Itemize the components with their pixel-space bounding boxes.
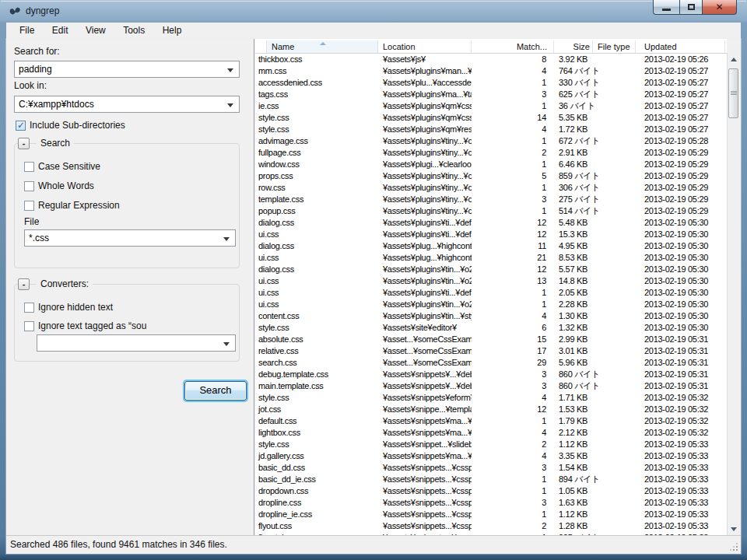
table-row[interactable]: dialog.css ¥assets¥plug...¥highcontrast¥… [255,240,727,252]
table-row[interactable]: dropline_ie.css ¥assets¥snippets...¥cssp… [255,509,727,520]
table-row[interactable]: search.css ¥asset...¥someCssExamples¥ 29… [255,357,727,369]
scroll-up-button[interactable] [728,53,740,65]
collapse-toggle-button[interactable]: - [18,278,30,290]
table-row[interactable]: style.css ¥assets¥snippet...¥slidebox¥ 2… [255,439,727,450]
minimize-icon [662,9,671,11]
table-row[interactable]: popup.css ¥assets¥plugins¥tiny...¥css¥ 1… [255,205,727,217]
cell-filetype [593,485,636,497]
case-sensitive-checkbox[interactable]: ✓ Case Sensitive [24,161,100,172]
chevron-down-icon[interactable] [227,103,233,107]
table-row[interactable]: ui.css ¥assets¥plugins¥ti...¥default¥ 12… [255,229,727,240]
search-button[interactable]: Search [184,381,247,401]
file-filter-combobox[interactable]: *.css [24,229,236,247]
scroll-down-button[interactable] [728,523,740,535]
column-header-size[interactable]: Size [554,40,593,53]
table-row[interactable]: style.css ¥assets¥snippets¥eform¥doc 4 1… [255,392,727,404]
cell-matches: 12 [472,404,554,415]
close-button[interactable]: ✕ [703,0,737,15]
chevron-down-icon[interactable] [227,68,233,72]
table-row[interactable]: relative.css ¥asset...¥someCssExamples¥ … [255,345,727,357]
chevron-down-icon[interactable] [223,342,230,346]
look-in-combobox[interactable]: C:¥xampp¥htdocs [14,96,240,113]
table-row[interactable]: mm.css ¥assets¥plugins¥man...¥css¥ 4 764… [255,65,727,77]
cell-updated: 2013-02-19 05:29 [636,194,725,205]
table-row[interactable]: default.css ¥assets¥snippets¥ma...¥css¥ … [255,415,727,427]
table-row[interactable]: jd.gallery.css ¥assets¥snippets¥ma...¥cs… [255,450,727,462]
table-row[interactable]: ui.css ¥assets¥plug...¥highcontrast¥ 21 … [255,252,727,264]
cell-size: 36 バイト [554,100,593,112]
maximize-button[interactable] [679,0,703,15]
cell-size: 1.63 KB [554,497,593,509]
table-row[interactable]: advimage.css ¥assets¥plugins¥tiny...¥css… [255,135,727,147]
table-row[interactable]: tags.css ¥assets¥plugins¥ma...¥tags¥ 3 6… [255,89,727,100]
cell-name: ui.css [255,275,378,287]
table-row[interactable]: thickbox.css ¥assets¥js¥ 8 3.92 KB 2013-… [255,54,727,65]
table-row[interactable]: basic_dd_ie.css ¥assets¥snippets...¥cssp… [255,474,727,485]
whole-words-checkbox[interactable]: ✓ Whole Words [24,180,94,191]
ignore-tagged-text-checkbox[interactable]: ✓ Ignore text tagged as “sou [24,320,146,331]
checkbox-box[interactable]: ✓ [24,201,34,211]
converter-combobox[interactable] [37,334,236,352]
table-row[interactable]: style.css ¥assets¥plugins¥qm¥css¥ 14 5.3… [255,112,727,124]
column-header-matches[interactable]: Match... [472,40,554,53]
include-subdirectories-checkbox[interactable]: ✓ Include Sub-directories [16,120,125,131]
column-header-location[interactable]: Location [378,40,472,53]
table-row[interactable]: ie.css ¥assets¥plugins¥qm¥css¥ 1 36 バイト … [255,100,727,112]
panel-splitter[interactable] [251,39,254,535]
cell-updated: 2013-02-19 05:33 [636,485,725,497]
menu-view[interactable]: View [79,23,113,38]
table-row[interactable]: accessdenied.css ¥assets¥plu...¥accessde… [255,77,727,89]
ignore-hidden-text-checkbox[interactable]: ✓ Ignore hidden text [24,302,113,313]
resize-grip[interactable] [729,542,738,551]
column-header-filetype[interactable]: File type [593,40,636,53]
table-row[interactable]: style.css ¥assets¥site¥editor¥ 6 1.32 KB… [255,322,727,334]
menu-bar: File Edit View Tools Help [6,23,741,39]
cell-name: ui.css [255,287,378,299]
table-row[interactable]: ui.css ¥assets¥plugins¥ti...¥default¥ 1 … [255,287,727,299]
menu-tools[interactable]: Tools [116,23,152,38]
menu-file[interactable]: File [12,23,41,38]
table-row[interactable]: main.template.css ¥assets¥snippets¥...¥d… [255,380,727,392]
menu-help[interactable]: Help [156,23,189,38]
cell-matches: 2 [472,439,554,450]
table-row[interactable]: row.css ¥assets¥plugins¥tiny...¥css¥ 1 3… [255,182,727,194]
table-row[interactable]: dialog.css ¥assets¥plugins¥ti...¥default… [255,217,727,229]
checkbox-box[interactable]: ✓ [24,162,34,172]
table-row[interactable]: absolute.css ¥asset...¥someCssExamples¥ … [255,334,727,345]
collapse-toggle-button[interactable]: - [18,138,30,149]
menu-edit[interactable]: Edit [45,23,75,38]
title-bar[interactable]: dyngrep ✕ [0,0,747,23]
table-row[interactable]: template.css ¥assets¥plugins¥tiny...¥css… [255,194,727,205]
table-row[interactable]: ui.css ¥assets¥plugins¥tin...¥o2k7¥ 13 1… [255,275,727,287]
checkbox-box[interactable]: ✓ [24,181,34,191]
column-header-name[interactable]: Name [267,40,378,53]
cell-matches: 3 [472,497,554,509]
table-row[interactable]: dropdown.css ¥assets¥snippets...¥cssplay… [255,485,727,497]
scrollbar-thumb[interactable] [728,68,738,118]
table-row[interactable]: lightbox.css ¥assets¥snippets¥ma...¥css¥… [255,427,727,439]
table-row[interactable]: content.css ¥assets¥plugins¥tin...¥style… [255,310,727,322]
table-row[interactable]: dropline.css ¥assets¥snippets...¥cssplay… [255,497,727,509]
table-row[interactable]: ui.css ¥assets¥plugins¥tin...¥o2k7¥ 1 2.… [255,299,727,310]
table-row[interactable]: flyout.css ¥assets¥snippets...¥cssplay¥ … [255,520,727,532]
chevron-down-icon[interactable] [223,237,230,241]
column-header-updated[interactable]: Updated [636,40,725,53]
vertical-scrollbar[interactable] [727,53,739,535]
table-row[interactable]: basic_dd.css ¥assets¥snippets...¥cssplay… [255,462,727,474]
checkbox-box[interactable]: ✓ [16,121,26,131]
results-header: Name Location Match... Size File type Up… [255,40,727,54]
table-row[interactable]: window.css ¥assets¥plugi...¥clearlooks2¥… [255,159,727,170]
checkbox-box[interactable]: ✓ [24,303,34,313]
search-for-combobox[interactable]: padding [14,61,240,78]
cell-matches: 2 [472,147,554,159]
cell-matches: 4 [472,427,554,439]
table-row[interactable]: debug.template.css ¥assets¥snippets¥...¥… [255,369,727,380]
table-row[interactable]: fullpage.css ¥assets¥plugins¥tiny...¥css… [255,147,727,159]
minimize-button[interactable] [653,0,679,15]
checkbox-box[interactable]: ✓ [24,321,34,331]
table-row[interactable]: style.css ¥assets¥plugins¥qm¥res¥ 4 1.72… [255,124,727,135]
table-row[interactable]: jot.css ¥assets¥snippe...¥templates¥ 12 … [255,404,727,415]
table-row[interactable]: props.css ¥assets¥plugins¥tiny...¥css¥ 5… [255,170,727,182]
regular-expression-checkbox[interactable]: ✓ Regular Expression [24,200,120,211]
table-row[interactable]: dialog.css ¥assets¥plugins¥tin...¥o2k7¥ … [255,264,727,275]
